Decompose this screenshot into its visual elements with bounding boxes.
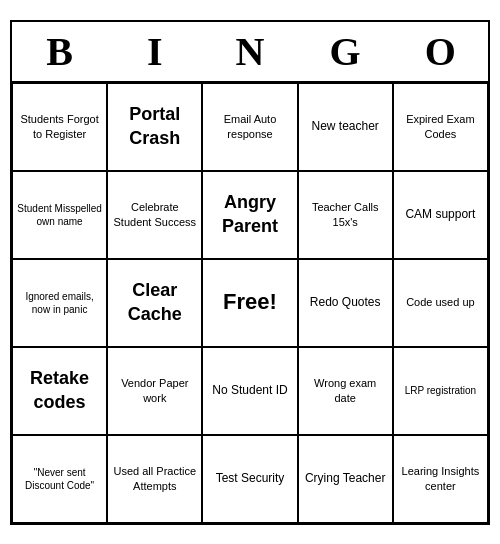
bingo-cell-23[interactable]: Crying Teacher bbox=[298, 435, 393, 523]
bingo-header: B I N G O bbox=[12, 22, 488, 83]
bingo-cell-8[interactable]: Teacher Calls 15x's bbox=[298, 171, 393, 259]
bingo-cell-10[interactable]: Ignored emails, now in panic bbox=[12, 259, 107, 347]
bingo-cell-19[interactable]: LRP registration bbox=[393, 347, 488, 435]
bingo-cell-6[interactable]: Celebrate Student Success bbox=[107, 171, 202, 259]
bingo-cell-15[interactable]: Retake codes bbox=[12, 347, 107, 435]
bingo-cell-17[interactable]: No Student ID bbox=[202, 347, 297, 435]
bingo-cell-24[interactable]: Learing Insights center bbox=[393, 435, 488, 523]
bingo-cell-4[interactable]: Expired Exam Codes bbox=[393, 83, 488, 171]
bingo-cell-22[interactable]: Test Security bbox=[202, 435, 297, 523]
header-letter-b: B bbox=[16, 28, 104, 75]
header-letter-n: N bbox=[206, 28, 294, 75]
bingo-grid: Students Forgot to RegisterPortal CrashE… bbox=[12, 83, 488, 523]
header-letter-g: G bbox=[301, 28, 389, 75]
bingo-cell-7[interactable]: Angry Parent bbox=[202, 171, 297, 259]
bingo-card: B I N G O Students Forgot to RegisterPor… bbox=[10, 20, 490, 525]
bingo-cell-13[interactable]: Redo Quotes bbox=[298, 259, 393, 347]
bingo-cell-1[interactable]: Portal Crash bbox=[107, 83, 202, 171]
bingo-cell-16[interactable]: Vendor Paper work bbox=[107, 347, 202, 435]
bingo-cell-21[interactable]: Used all Practice Attempts bbox=[107, 435, 202, 523]
bingo-cell-18[interactable]: Wrong exam date bbox=[298, 347, 393, 435]
bingo-cell-2[interactable]: Email Auto response bbox=[202, 83, 297, 171]
bingo-cell-12[interactable]: Free! bbox=[202, 259, 297, 347]
bingo-cell-14[interactable]: Code used up bbox=[393, 259, 488, 347]
bingo-cell-3[interactable]: New teacher bbox=[298, 83, 393, 171]
header-letter-o: O bbox=[396, 28, 484, 75]
header-letter-i: I bbox=[111, 28, 199, 75]
bingo-cell-5[interactable]: Student Misspelled own name bbox=[12, 171, 107, 259]
bingo-cell-20[interactable]: "Never sent Discount Code" bbox=[12, 435, 107, 523]
bingo-cell-9[interactable]: CAM support bbox=[393, 171, 488, 259]
bingo-cell-0[interactable]: Students Forgot to Register bbox=[12, 83, 107, 171]
bingo-cell-11[interactable]: Clear Cache bbox=[107, 259, 202, 347]
